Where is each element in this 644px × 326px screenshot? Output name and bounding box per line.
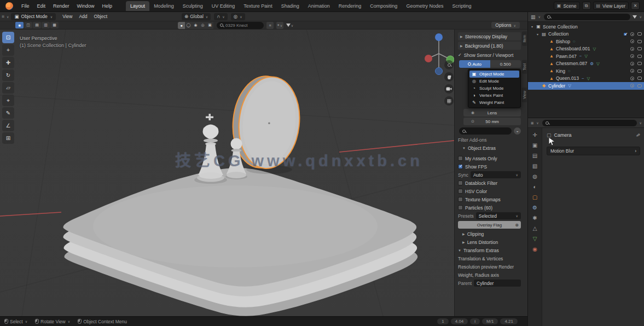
disable-in-render-toggle[interactable] — [637, 77, 642, 80]
properties-tab[interactable]: ▢ — [532, 195, 537, 200]
hide-in-viewport-toggle[interactable] — [630, 62, 634, 66]
hide-in-viewport-toggle[interactable] — [630, 69, 634, 73]
tool-button[interactable]: ∠ — [2, 120, 14, 131]
my-assets-checkbox-row[interactable]: My Assets Only — [458, 154, 521, 162]
tool-button[interactable]: ▱ — [2, 82, 14, 94]
shading-mode-button[interactable]: ▣ — [206, 22, 213, 29]
properties-tab[interactable]: ⚙ — [532, 205, 537, 211]
shading-mode-button[interactable]: ◎ — [199, 22, 206, 29]
dropdown-item[interactable]: ▣ Object Mode — [469, 71, 519, 78]
move-view-button[interactable] — [444, 72, 454, 82]
options-dropdown[interactable]: Options ∨ — [491, 22, 520, 28]
disable-in-render-toggle[interactable] — [637, 40, 642, 43]
workspace-tab[interactable]: Sculpting — [178, 1, 207, 11]
editor-type-icon[interactable]: ⌗ — [0, 14, 6, 20]
topbar-menu[interactable]: Window — [73, 2, 98, 10]
properties-tab[interactable]: ▽ — [533, 236, 537, 242]
tool-button[interactable]: ↻ — [2, 69, 14, 81]
presets-select[interactable]: Selected ∨ — [476, 212, 521, 219]
parent-input[interactable]: Cylinder — [474, 280, 521, 287]
workspace-tab[interactable]: Modeling — [149, 1, 178, 11]
datablock-checkbox-row[interactable]: Datablock Filter — [458, 179, 521, 187]
topbar-menu[interactable]: Edit — [33, 2, 50, 10]
outliner-row[interactable]: ◆ Cylinder ▽ — [528, 82, 644, 90]
panel-section-stereoscopy[interactable]: ▶ Stereoscopy Display — [458, 32, 521, 40]
outliner-row[interactable]: ▲ Chessboard.001 ▽ — [528, 45, 644, 53]
outliner-search-input[interactable] — [544, 14, 630, 20]
mode-dropdown[interactable]: ▣ Object Mode ∨ — [11, 13, 56, 20]
overlay-flag-button[interactable]: Overlay Flag ⊗ — [458, 221, 521, 229]
topbar-menu[interactable]: Help — [98, 2, 117, 10]
viewport-menu[interactable]: Add — [76, 13, 90, 20]
close-icon[interactable]: ⊗ — [515, 223, 519, 228]
object-type-visibility-dropdown[interactable]: ∨ — [286, 22, 293, 29]
panel-section-background[interactable]: ▶ Background (1.80) — [458, 42, 521, 50]
dropdown-item[interactable]: ◔ Sculpt Mode — [469, 85, 519, 92]
perspective-toggle-button[interactable] — [444, 96, 454, 106]
3d-viewport[interactable]: User Perspective (1) Scene Collection | … — [0, 30, 527, 316]
motion-blur-field[interactable]: Motion Blur › — [547, 147, 640, 155]
new-view-layer-button[interactable]: ✕ — [631, 2, 640, 10]
focal-length-button[interactable]: ⊙ 50 mm — [463, 118, 521, 125]
disable-in-render-toggle[interactable] — [637, 62, 642, 65]
segment-manual[interactable]: 0.500 — [490, 60, 521, 68]
viewport-menu[interactable]: Object — [91, 13, 111, 20]
expand-arrow-icon[interactable]: ▾ — [536, 32, 539, 36]
tool-button[interactable]: ⊡ — [2, 32, 14, 43]
scene-selector[interactable]: ▣ Scene — [554, 2, 580, 10]
dropdown-item[interactable]: ✎ Weight Paint — [469, 99, 519, 106]
mipmaps-checkbox-row[interactable]: Texture Mipmaps — [458, 195, 521, 203]
properties-tab[interactable]: ✱ — [532, 216, 537, 221]
disable-in-render-toggle[interactable] — [637, 84, 642, 88]
select-mode-button[interactable]: ▥ — [42, 22, 50, 28]
sidebar-tab[interactable]: Item — [522, 32, 527, 46]
shading-mode-button[interactable]: ◯ — [185, 22, 192, 29]
hide-in-viewport-toggle[interactable] — [630, 77, 634, 80]
lens-button[interactable]: ◉ Lens — [463, 109, 521, 117]
select-mode-button[interactable]: ▦ — [50, 22, 59, 28]
panel-section-lens-distortion[interactable]: ▶ Lens Distortion — [458, 238, 521, 246]
outliner-row[interactable]: ▲ Chessmen.087 ⚙ ▽ — [528, 60, 644, 68]
outliner-row[interactable]: ▲ King ◌ — [528, 67, 644, 75]
sidebar-search-input[interactable] — [459, 127, 512, 135]
workspace-tab[interactable]: Geometry Nodes — [402, 1, 448, 11]
hide-in-viewport-toggle[interactable] — [630, 32, 634, 36]
panel-section-clipping[interactable]: ▶ Clipping — [458, 230, 521, 238]
properties-search-input[interactable] — [542, 120, 637, 126]
tool-button[interactable]: + — [2, 44, 14, 56]
filter-options-button[interactable]: ◒ — [514, 127, 521, 135]
hide-in-viewport-toggle[interactable] — [630, 47, 634, 51]
select-mode-button[interactable]: ■ — [15, 22, 24, 28]
viewport-menu[interactable]: View — [59, 13, 76, 20]
workspace-tab[interactable]: Scripting — [448, 1, 475, 11]
workspace-tab[interactable]: Rendering — [334, 1, 366, 11]
proportional-editing-toggle[interactable]: ◎ ∨ — [231, 13, 245, 20]
properties-tab[interactable]: ◐ — [533, 184, 536, 190]
zoom-button[interactable] — [444, 60, 454, 69]
pin-icon[interactable]: ✎ — [635, 132, 641, 137]
properties-tab[interactable]: ▣ — [532, 143, 537, 148]
object-extras-row[interactable]: ▼ Object Extras — [458, 144, 521, 152]
disable-in-render-toggle[interactable] — [637, 47, 642, 50]
segment-auto[interactable]: Auto — [459, 60, 490, 68]
display-mode-icon[interactable]: ▥ — [531, 14, 536, 20]
collection-checkbox[interactable] — [623, 32, 627, 36]
view-layer-selector[interactable]: ▤ View Layer — [593, 2, 629, 10]
shading-mode-button[interactable]: ● — [178, 22, 185, 29]
workspace-tab[interactable]: Shading — [277, 1, 304, 11]
disable-in-render-toggle[interactable] — [637, 69, 642, 73]
properties-icon[interactable]: ≡ — [531, 120, 533, 126]
hsv-checkbox-row[interactable]: HSV Color — [458, 187, 521, 195]
outliner-row[interactable]: ▲ Queen.013 ~ ▽ — [528, 75, 644, 83]
topbar-menu[interactable]: Render — [49, 2, 73, 10]
shading-mode-button[interactable]: ◉ — [192, 22, 199, 29]
dropdown-item[interactable]: ◑ Vertex Paint — [469, 92, 519, 99]
tool-button[interactable]: ⌖ — [2, 95, 14, 106]
show-sensor-checkbox-row[interactable]: ✓ Show Sensor / Viewport — [458, 51, 521, 59]
select-mode-button[interactable]: ▤ — [33, 22, 41, 28]
dropdown-item[interactable]: ◎ Edit Mode — [469, 78, 519, 85]
properties-tab[interactable]: ◍ — [532, 174, 537, 179]
topbar-menu[interactable]: File — [18, 2, 33, 10]
workspace-tab[interactable]: Animation — [304, 1, 334, 11]
properties-tab[interactable]: ▤ — [532, 153, 537, 159]
